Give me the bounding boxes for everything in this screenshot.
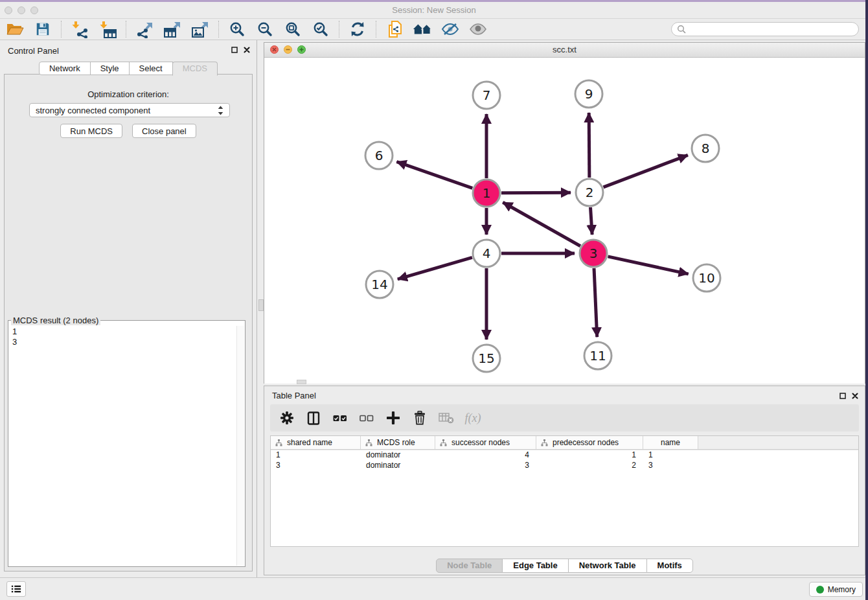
unselect-all-checks-button[interactable] [359, 410, 374, 426]
network-graph[interactable]: 7968124314101511 [264, 58, 865, 384]
memory-button[interactable]: Memory [809, 582, 863, 597]
add-entry-button[interactable] [385, 410, 401, 426]
graph-node-label: 6 [375, 148, 383, 163]
zoom-fit-button[interactable] [283, 19, 303, 39]
optimization-select[interactable]: strongly connected component [29, 103, 230, 117]
float-panel-icon[interactable] [839, 393, 846, 399]
graph-node-label: 14 [371, 277, 387, 292]
cell-successor-nodes[interactable]: 3 [435, 460, 536, 470]
tab-edge-table[interactable]: Edge Table [502, 559, 568, 573]
import-table-button[interactable] [98, 19, 117, 39]
show-details-button[interactable] [468, 19, 488, 39]
splitter-grip-icon[interactable] [258, 299, 264, 311]
control-panel: Control Panel NetworkStyleSelectMCDS Opt… [0, 40, 257, 578]
import-network-icon [71, 21, 89, 38]
network-minimize-button[interactable] [284, 45, 292, 54]
float-panel-icon[interactable] [231, 47, 238, 53]
close-panel-icon[interactable] [244, 47, 250, 53]
close-panel-icon[interactable] [852, 393, 858, 399]
cell-successor-nodes[interactable]: 4 [435, 450, 536, 460]
duplicate-network-button[interactable] [385, 19, 404, 39]
cell-predecessor-nodes[interactable]: 2 [536, 460, 643, 470]
graph-node-label: 10 [698, 270, 714, 286]
tab-network-table[interactable]: Network Table [568, 559, 647, 573]
column-header-label: MCDS role [377, 438, 415, 447]
tab-node-table[interactable]: Node Table [436, 559, 503, 573]
delete-table-button[interactable] [439, 410, 454, 426]
tab-select[interactable]: Select [129, 62, 173, 75]
window-zoom-button[interactable] [30, 6, 38, 14]
graph-edge-1-6[interactable] [396, 162, 472, 189]
tab-network[interactable]: Network [39, 62, 91, 75]
window-controls [5, 6, 38, 14]
column-type-icon [365, 439, 372, 446]
result-scrollbar[interactable] [236, 326, 244, 566]
network-maximize-button[interactable] [297, 45, 306, 54]
window-close-button[interactable] [5, 6, 12, 14]
show-columns-button[interactable] [306, 410, 321, 426]
export-table-button[interactable] [163, 19, 182, 39]
apply-function-button[interactable]: f(x) [465, 410, 481, 426]
tab-style[interactable]: Style [90, 62, 130, 75]
fx-icon: f(x) [465, 411, 481, 425]
mcds-result-box: MCDS result (2 nodes) 13 [8, 316, 246, 567]
refresh-layout-button[interactable] [348, 19, 367, 39]
column-header-successor-nodes[interactable]: successor nodes [435, 436, 536, 449]
horizontal-splitter-grip[interactable] [297, 380, 306, 384]
graph-edge-2-8[interactable] [604, 155, 688, 187]
import-network-button[interactable] [70, 19, 89, 39]
graph-edge-3-10[interactable] [608, 257, 688, 274]
search-box[interactable] [671, 22, 859, 36]
export-network-button[interactable] [135, 19, 154, 39]
search-input[interactable] [689, 24, 853, 34]
mcds-result-title: MCDS result (2 nodes) [11, 316, 100, 325]
task-list-button[interactable] [6, 581, 26, 597]
graph-edge-3-11[interactable] [594, 268, 597, 337]
run-mcds-button[interactable]: Run MCDS [60, 124, 122, 138]
toolbar-separator [218, 21, 219, 38]
cell-shared-name[interactable]: 1 [271, 450, 361, 460]
cell-MCDS-role[interactable]: dominator [361, 450, 435, 460]
optimization-select-value: strongly connected component [36, 106, 150, 115]
zoom-selected-button[interactable] [311, 19, 330, 39]
vertical-splitter[interactable] [258, 40, 264, 578]
column-header-shared-name[interactable]: shared name [271, 436, 361, 449]
window-minimize-button[interactable] [17, 6, 25, 14]
cell-name[interactable]: 1 [643, 450, 698, 460]
open-session-button[interactable] [5, 19, 25, 39]
network-close-button[interactable] [270, 45, 279, 54]
mcds-result-list[interactable]: 13 [12, 327, 234, 565]
column-header-predecessor-nodes[interactable]: predecessor nodes [536, 436, 643, 449]
zoom-in-button[interactable] [227, 19, 247, 39]
tab-motifs[interactable]: Motifs [646, 559, 693, 573]
graph-edge-4-14[interactable] [398, 257, 472, 279]
graph-edge-3-1[interactable] [503, 202, 580, 246]
delete-table-icon [439, 412, 454, 424]
graph-edge-2-9[interactable] [589, 113, 589, 178]
delete-entry-button[interactable] [412, 410, 428, 426]
graph-node-label: 7 [483, 87, 491, 103]
column-header-name[interactable]: name [643, 436, 698, 449]
table-row[interactable]: 3dominator323 [271, 460, 858, 470]
graph-edge-2-3[interactable] [590, 207, 592, 235]
folder-open-icon [6, 21, 24, 37]
cell-shared-name[interactable]: 3 [271, 460, 361, 470]
zoom-out-button[interactable] [255, 19, 275, 39]
table-row[interactable]: 1dominator411 [271, 450, 858, 460]
graph-edge-1-2[interactable] [501, 192, 571, 193]
column-header-MCDS-role[interactable]: MCDS role [361, 436, 435, 449]
home-view-button[interactable] [413, 19, 432, 39]
eye-icon [469, 23, 487, 36]
result-line: 3 [12, 337, 234, 347]
cell-MCDS-role[interactable]: dominator [361, 460, 435, 470]
export-image-button[interactable] [190, 19, 210, 39]
memory-indicator-dot [816, 586, 824, 594]
close-panel-button[interactable]: Close panel [132, 124, 196, 138]
table-settings-button[interactable] [279, 410, 295, 426]
cell-predecessor-nodes[interactable]: 1 [536, 450, 643, 460]
save-session-button[interactable] [33, 19, 52, 39]
hide-details-button[interactable] [440, 19, 460, 39]
select-all-checks-button[interactable] [332, 410, 348, 426]
tab-mcds[interactable]: MCDS [172, 62, 218, 76]
cell-name[interactable]: 3 [643, 460, 698, 470]
